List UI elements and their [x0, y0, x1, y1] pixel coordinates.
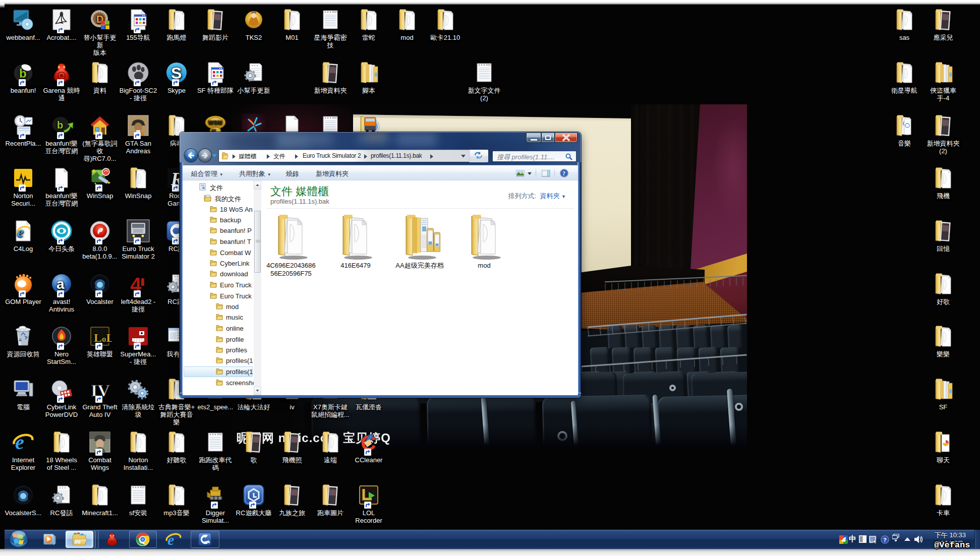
svg-text:?: ? [562, 170, 565, 177]
svg-text:?: ? [883, 537, 887, 543]
